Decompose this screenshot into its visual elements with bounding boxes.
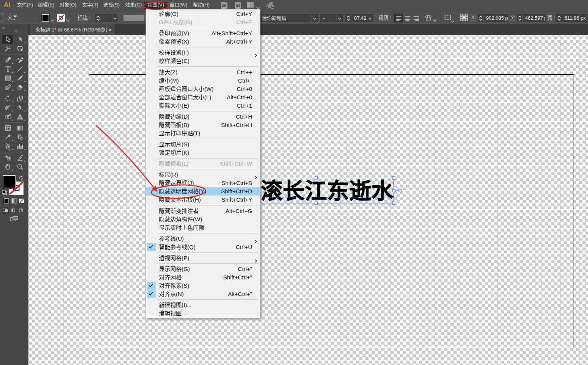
menu-item-31[interactable]: 显示实时上色间隙: [146, 224, 260, 232]
none-mode-button[interactable]: [18, 198, 25, 204]
gpu-performance-rocket-icon[interactable]: [265, 1, 275, 11]
selection-tool[interactable]: [2, 35, 13, 44]
default-fill-stroke-icon[interactable]: [2, 190, 7, 197]
font-style-select[interactable]: -: [320, 14, 336, 22]
zoom-tool[interactable]: [14, 162, 26, 171]
stroke-weight-stepper[interactable]: [96, 14, 100, 22]
eyedropper-tool[interactable]: [2, 133, 14, 142]
stroke-weight-chevron[interactable]: [113, 14, 117, 22]
line-segment-tool[interactable]: [14, 64, 26, 74]
type-tool[interactable]: [2, 64, 14, 74]
hand-tool[interactable]: [2, 162, 14, 171]
curvature-tool[interactable]: [14, 55, 26, 64]
rotate-tool[interactable]: [2, 94, 14, 103]
menubar-item-2[interactable]: 编辑(E): [34, 0, 58, 10]
workspace-switcher-icon[interactable]: [247, 2, 254, 9]
document-tab[interactable]: 未标题-1* @ 66.67% (RGB/预览)×: [30, 24, 114, 35]
pen-tool[interactable]: [2, 55, 14, 64]
x-input[interactable]: 902.085 px: [484, 14, 508, 22]
menubar-item-3[interactable]: 对象(O): [56, 0, 80, 10]
menu-item-20[interactable]: 锁定切片(K): [146, 149, 260, 157]
menubar-item-1[interactable]: 文件(F): [13, 0, 36, 10]
menu-item-10[interactable]: 缩小(M)Ctrl+-: [146, 77, 260, 85]
app-logo[interactable]: Ai: [4, 0, 10, 10]
menu-item-38[interactable]: 显示网格(G)Ctrl+": [146, 265, 260, 273]
font-family-chevron[interactable]: [312, 14, 318, 22]
draw-behind-button[interactable]: [9, 207, 17, 214]
menu-item-1[interactable]: GPU 预览(G)Ctrl+E: [146, 18, 260, 27]
menubar-item-6[interactable]: 效果(C): [122, 0, 145, 10]
draw-normal-button[interactable]: [2, 207, 9, 214]
draw-inside-button[interactable]: [17, 207, 24, 214]
menu-item-3[interactable]: 叠印预览(V)Alt+Shift+Ctrl+Y: [146, 29, 260, 38]
shaper-tool[interactable]: [2, 83, 14, 92]
shape-builder-tool[interactable]: [2, 112, 14, 121]
mesh-tool[interactable]: [2, 124, 14, 133]
menubar-item-7[interactable]: 视图(V): [144, 0, 167, 10]
font-size-stepper[interactable]: [345, 14, 351, 22]
rectangle-tool[interactable]: [2, 74, 14, 83]
slice-tool[interactable]: [14, 153, 26, 162]
menubar-item-4[interactable]: 文字(T): [79, 0, 102, 10]
width-tool[interactable]: [2, 103, 14, 112]
screen-mode-icon[interactable]: [10, 216, 18, 224]
stroke-color-swatch[interactable]: [57, 14, 65, 22]
x-stepper[interactable]: [478, 14, 483, 22]
font-size-chevron[interactable]: [367, 14, 373, 22]
reference-point-grid[interactable]: [460, 14, 468, 23]
tab-close-icon[interactable]: ×: [109, 25, 111, 36]
menu-item-24[interactable]: 标尺(R): [146, 171, 260, 179]
menu-item-26[interactable]: 隐藏透明度网格(Y)Shift+Ctrl+D: [146, 187, 260, 196]
menu-item-43[interactable]: 新建视图(I)...: [146, 301, 260, 309]
menu-item-22[interactable]: 隐藏模板(L)Shift+Ctrl+W: [146, 160, 260, 168]
menu-item-4[interactable]: 像素预览(X)Alt+Ctrl+Y: [146, 38, 260, 46]
menu-item-9[interactable]: 放大(Z)Ctrl++: [146, 68, 260, 77]
eraser-tool[interactable]: [14, 83, 26, 92]
isolate-selection-icon[interactable]: [444, 14, 451, 22]
font-size-input[interactable]: 87.42 pt: [352, 14, 367, 22]
menu-item-12[interactable]: 全部适合窗口大小(L)Alt+Ctrl+0: [146, 93, 260, 102]
color-mode-button[interactable]: [3, 198, 10, 204]
menu-item-7[interactable]: 校样颜色(C): [146, 57, 260, 65]
menu-item-40[interactable]: 对齐像素(S): [146, 282, 260, 290]
fill-chevron-icon[interactable]: [50, 16, 54, 23]
y-stepper[interactable]: [517, 14, 522, 22]
free-transform-tool[interactable]: [14, 103, 26, 112]
envelope-warp-icon[interactable]: [425, 14, 432, 23]
width-stepper[interactable]: [557, 14, 561, 22]
fill-swatch-large[interactable]: [3, 175, 16, 188]
menu-item-30[interactable]: 隐藏边角构件(W): [146, 215, 260, 224]
width-input[interactable]: 611.96 px: [562, 14, 587, 22]
menu-item-16[interactable]: 隐藏画板(B)Shift+Ctrl+H: [146, 121, 260, 129]
menubar-item-8[interactable]: 窗口(W): [166, 0, 191, 10]
bridge-button[interactable]: Br: [221, 2, 227, 9]
isolate-chevron-icon[interactable]: [451, 17, 454, 24]
stock-button[interactable]: St: [235, 2, 241, 9]
controlbar-gripper[interactable]: [1, 13, 3, 22]
width-profile-preview[interactable]: [123, 15, 144, 21]
gradient-mode-button[interactable]: [10, 198, 17, 204]
font-style-chevron[interactable]: [337, 14, 343, 22]
swap-fill-stroke-icon[interactable]: [18, 175, 24, 182]
align-right-button[interactable]: [412, 14, 420, 22]
menu-item-41[interactable]: 对齐点(N)Alt+Ctrl+": [146, 290, 260, 298]
align-left-button[interactable]: [394, 14, 403, 22]
font-family-select[interactable]: 迷你简粗倩: [260, 14, 311, 22]
y-input[interactable]: 462.597 px: [523, 14, 546, 22]
menu-item-11[interactable]: 画板适合窗口大小(W)Ctrl+0: [146, 85, 260, 93]
menu-item-17[interactable]: 显示打印拼贴(T): [146, 129, 260, 138]
menu-item-27[interactable]: 隐藏文本串接(H)Shift+Ctrl+Y: [146, 196, 260, 204]
panel-gripper[interactable]: [9, 30, 18, 32]
stroke-chevron-icon[interactable]: [66, 16, 70, 23]
menu-item-39[interactable]: 对齐网格Shift+Ctrl+": [146, 273, 260, 282]
menu-item-44[interactable]: 编辑视图...: [146, 309, 260, 318]
panel-collapse-icon[interactable]: «: [2, 25, 4, 30]
menubar-item-9[interactable]: 帮助(H): [190, 0, 213, 10]
warp-chevron-icon[interactable]: [433, 16, 437, 23]
menubar-item-5[interactable]: 选择(S): [100, 0, 123, 10]
artboard-tool[interactable]: [2, 153, 14, 162]
stroke-weight-input[interactable]: [101, 14, 112, 22]
column-graph-tool[interactable]: [14, 142, 26, 151]
menu-item-13[interactable]: 实际大小(E)Ctrl+1: [146, 102, 260, 110]
menu-item-36[interactable]: 透视网格(P): [146, 254, 260, 262]
